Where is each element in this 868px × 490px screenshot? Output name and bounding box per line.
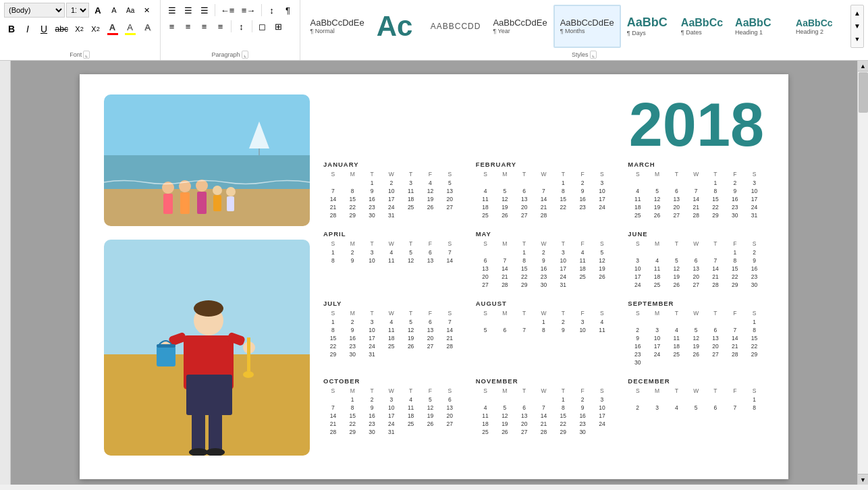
day-header: S — [323, 240, 343, 248]
font-expand-icon[interactable]: ⌞ — [83, 51, 90, 59]
cal-day: 27 — [440, 420, 460, 428]
strikethrough-button[interactable]: abc — [53, 22, 71, 36]
cal-day: 13 — [706, 334, 726, 342]
font-family-select[interactable]: (Body) — [4, 3, 65, 18]
cal-day: 12 — [421, 404, 440, 412]
day-header: T — [667, 309, 686, 317]
subscript-button[interactable]: X2 — [72, 22, 87, 36]
day-header: W — [381, 240, 401, 248]
shading-button[interactable]: ◻ — [255, 19, 270, 34]
align-center-button[interactable]: ≡ — [181, 19, 196, 34]
cal-day: 24 — [553, 273, 573, 281]
clear-format-button[interactable]: ✕ — [139, 3, 154, 18]
numbering-button[interactable]: ☰ — [181, 3, 196, 18]
cal-day: 2 — [573, 179, 593, 187]
underline-button[interactable]: U — [36, 22, 51, 36]
cal-day: 10 — [553, 256, 573, 265]
cal-day: 15 — [514, 265, 534, 273]
cal-day: 9 — [534, 256, 553, 265]
cal-day: 15 — [706, 195, 726, 203]
cal-day: 29 — [514, 281, 534, 289]
cal-day: 2 — [343, 318, 362, 326]
italic-button[interactable]: I — [20, 22, 35, 36]
beach-photo-svg — [104, 94, 310, 226]
style-days[interactable]: AaBbC ¶ Days — [621, 5, 675, 48]
paragraph-expand-icon[interactable]: ⌞ — [242, 51, 248, 59]
decrease-indent-button[interactable]: ←≡ — [217, 3, 237, 18]
cal-day: 23 — [725, 203, 744, 211]
bold-button[interactable]: B — [4, 22, 19, 36]
cal-day: 10 — [744, 187, 764, 195]
borders-button[interactable]: ⊞ — [271, 19, 286, 34]
bullets-button[interactable]: ☰ — [165, 3, 180, 18]
style-year[interactable]: AaBbCcDdEe ¶ Year — [487, 5, 553, 48]
style-months[interactable]: AaBbCcDdEe ¶ Months — [553, 5, 621, 48]
cal-day: 3 — [744, 179, 764, 187]
font-color-button[interactable]: A — [105, 20, 121, 37]
cal-day: 4 — [667, 404, 686, 412]
cal-day — [534, 396, 553, 404]
day-header: W — [381, 387, 401, 395]
day-header: S — [593, 240, 612, 248]
style-caps[interactable]: AABBCCDD — [425, 5, 487, 48]
styles-more-button[interactable]: ▲ ▼ ▼ — [850, 5, 864, 48]
cal-day: 30 — [628, 358, 647, 366]
cal-day: 4 — [401, 396, 421, 404]
cal-day — [647, 179, 667, 187]
superscript-button[interactable]: X2 — [88, 22, 103, 36]
styles-expand-icon[interactable]: ⌞ — [590, 51, 597, 59]
cal-day: 2 — [381, 179, 401, 187]
show-marks-button[interactable]: ¶ — [281, 3, 296, 18]
line-spacing-button[interactable]: ↕ — [234, 19, 249, 34]
cal-day: 8 — [744, 404, 764, 412]
cal-day — [686, 318, 706, 326]
font-size-select[interactable]: 11 — [66, 3, 89, 18]
cal-day — [401, 211, 421, 219]
highlight-button[interactable]: A — [122, 20, 138, 37]
style-caps-preview: AABBCCDD — [431, 22, 481, 31]
paragraph-section-label: Paragraph ⌞ — [165, 49, 296, 60]
cal-day: 11 — [647, 265, 667, 273]
cal-day: 27 — [476, 281, 495, 289]
grow-font-button[interactable]: A — [90, 3, 105, 18]
cal-day: 8 — [744, 326, 764, 334]
cal-day: 9 — [343, 326, 362, 334]
cal-day: 16 — [343, 334, 362, 342]
case-button[interactable]: Aa — [123, 3, 138, 18]
cal-day — [686, 248, 706, 256]
cal-day: 20 — [476, 273, 495, 281]
cal-day: 1 — [744, 318, 764, 326]
cal-day — [667, 396, 686, 404]
cal-day: 28 — [725, 350, 744, 358]
style-heading1[interactable]: AaBbC Heading 1 — [729, 5, 790, 48]
cal-day: 3 — [362, 318, 382, 326]
increase-indent-button[interactable]: ≡→ — [239, 3, 259, 18]
align-left-button[interactable]: ≡ — [165, 19, 180, 34]
scroll-up-button[interactable]: ▲ — [858, 61, 869, 72]
cal-day: 28 — [706, 281, 726, 289]
cal-day: 7 — [323, 404, 343, 412]
text-effect-button[interactable]: A — [140, 20, 156, 37]
style-dates[interactable]: AaBbCc ¶ Dates — [675, 5, 729, 48]
style-normal[interactable]: AaBbCcDdEe ¶ Normal — [304, 5, 371, 48]
cal-day: 19 — [495, 203, 514, 211]
cal-day: 14 — [323, 412, 343, 420]
svg-point-13 — [226, 187, 236, 196]
svg-rect-10 — [197, 192, 207, 214]
sort-button[interactable]: ↕ — [265, 3, 279, 18]
style-heading2[interactable]: AaBbCc Heading 2 — [790, 5, 850, 48]
shrink-font-button[interactable]: A — [107, 3, 121, 18]
cal-day: 14 — [323, 195, 343, 203]
scroll-down-button[interactable]: ▼ — [858, 474, 869, 485]
justify-button[interactable]: ≡ — [213, 19, 228, 34]
cal-day: 31 — [553, 281, 573, 289]
cal-day — [667, 318, 686, 326]
align-right-button[interactable]: ≡ — [197, 19, 212, 34]
cal-day: 16 — [573, 195, 593, 203]
style-ac[interactable]: Ac — [371, 5, 425, 48]
cal-day — [593, 211, 612, 219]
cal-day: 24 — [381, 420, 401, 428]
multilevel-button[interactable]: ☰ — [197, 3, 212, 18]
beach-photo — [104, 94, 310, 226]
scroll-thumb[interactable] — [859, 72, 868, 113]
